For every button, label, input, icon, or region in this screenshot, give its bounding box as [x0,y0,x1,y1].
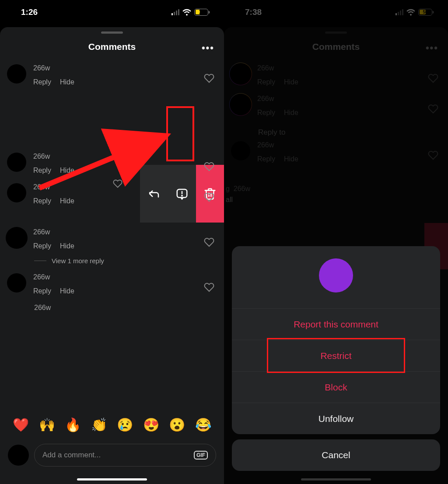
comment-row[interactable]: 266w [0,299,224,314]
reply-button[interactable]: Reply [33,197,51,205]
comments-sheet: Comments ••• 266w Reply Hide [0,27,224,484]
hide-button[interactable]: Hide [60,167,74,174]
comment-timestamp: 266w [33,153,217,160]
emoji-laugh[interactable]: 😂 [195,417,211,432]
status-time: 1:26 [21,7,38,17]
cellular-signal-icon [172,9,179,15]
comment-row[interactable]: 266w Reply Hide [0,60,224,91]
emoji-heart[interactable]: ❤️ [13,417,29,432]
unfollow-button[interactable]: Unfollow [232,403,440,434]
block-button[interactable]: Block [232,371,440,403]
comment-composer: Add a comment... GIF [0,444,224,467]
emoji-fire[interactable]: 🔥 [65,417,81,432]
emoji-quick-bar: ❤️ 🙌 🔥 👏 😢 😍 😮 😂 [0,417,224,432]
gif-button[interactable]: GIF [194,451,208,460]
cancel-button[interactable]: Cancel [232,439,440,471]
sheet-title: Comments [88,42,136,52]
hide-button[interactable]: Hide [60,78,74,86]
battery-indicator: 11 [194,9,208,16]
reply-button[interactable]: Reply [33,78,51,86]
comment-timestamp: 266w [33,273,217,281]
home-indicator[interactable] [77,478,147,481]
my-avatar[interactable] [8,445,29,466]
avatar-story-ring[interactable] [7,228,26,247]
like-button[interactable] [204,282,214,292]
reply-button[interactable]: Reply [33,242,51,250]
like-button[interactable] [204,161,214,172]
comment-timestamp: 266w [33,64,217,72]
comment-timestamp: 266w [34,304,217,312]
comment-row[interactable]: 266w Reply Hide [0,148,224,179]
avatar[interactable] [7,183,26,202]
restrict-button[interactable]: Restrict [232,340,440,371]
report-comment-button[interactable]: Report this comment [232,308,440,340]
comment-input[interactable]: Add a comment... GIF [34,444,216,467]
comment-row[interactable]: 266w Reply Hide [0,179,224,209]
emoji-raised-hands[interactable]: 🙌 [39,417,55,432]
more-options-button[interactable]: ••• [202,42,214,54]
comment-row[interactable]: 266w Reply Hide [0,269,224,299]
like-button[interactable] [204,192,214,202]
action-sheet: Report this comment Restrict Block Unfol… [232,246,440,476]
view-more-replies-button[interactable]: View 1 more reply [34,257,224,265]
avatar[interactable] [7,64,26,84]
wifi-icon [182,9,191,16]
emoji-heart-eyes[interactable]: 😍 [143,417,159,432]
avatar[interactable] [7,153,26,172]
action-sheet-avatar [319,258,353,292]
emoji-clap[interactable]: 👏 [91,417,107,432]
reply-button[interactable]: Reply [33,287,51,295]
comment-input-placeholder: Add a comment... [42,451,101,460]
comment-timestamp: 266w [33,228,217,236]
comment-row[interactable]: 266w Reply Hide [0,224,224,254]
like-button[interactable] [204,73,214,84]
comment-timestamp: 266w [33,183,217,191]
action-sheet-avatar-wrap [232,246,440,308]
status-bar: 1:26 11 [0,0,224,24]
like-button[interactable] [204,237,214,247]
avatar[interactable] [7,273,26,292]
hide-button[interactable]: Hide [60,287,74,295]
reply-button[interactable]: Reply [33,167,51,174]
hide-button[interactable]: Hide [60,242,74,250]
emoji-surprised[interactable]: 😮 [169,417,185,432]
hide-button[interactable]: Hide [60,197,74,205]
emoji-cry[interactable]: 😢 [117,417,133,432]
